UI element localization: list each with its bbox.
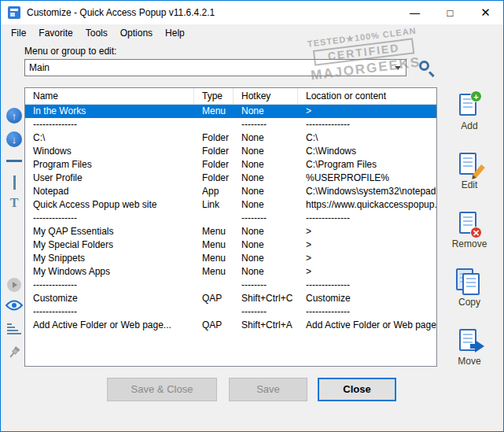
preview-button[interactable] xyxy=(4,300,24,311)
menu-options[interactable]: Options xyxy=(114,25,159,41)
customize-window: Customize - Quick Access Popup v11.6.4.2… xyxy=(0,0,504,432)
search-icon xyxy=(419,61,429,71)
app-icon xyxy=(8,6,20,19)
eye-icon xyxy=(6,300,23,311)
table-row[interactable]: Windows Folder None C:\Windows xyxy=(25,145,436,158)
add-button[interactable]: + Add xyxy=(446,92,493,131)
sort-icon xyxy=(7,323,21,334)
sort-button[interactable] xyxy=(4,323,24,334)
table-header: Name Type Hotkey Location or content xyxy=(25,88,436,105)
menu-help[interactable]: Help xyxy=(159,25,191,41)
table-row[interactable]: -------------- -------- -------------- xyxy=(25,279,436,292)
table-row[interactable]: In the Works Menu None > xyxy=(25,105,436,118)
column-header-name[interactable]: Name xyxy=(25,88,194,104)
dropdown-selected-value: Main xyxy=(29,62,50,73)
table-row[interactable]: User Profile Folder None %USERPROFILE% xyxy=(25,172,436,185)
pin-button[interactable] xyxy=(4,345,24,360)
move-button-label: Move xyxy=(446,356,493,367)
table-row[interactable]: Add Active Folder or Web page... QAP Shi… xyxy=(25,319,436,332)
document-front-icon xyxy=(462,273,480,295)
close-button[interactable]: Close xyxy=(318,378,396,401)
add-button-label: Add xyxy=(446,120,493,131)
table-row[interactable]: -------------- -------- -------------- xyxy=(25,305,436,319)
add-separator-line-button[interactable] xyxy=(4,160,24,162)
table-row[interactable]: My Special Folders Menu None > xyxy=(25,238,436,252)
arrow-down-icon: ↓ xyxy=(6,131,22,147)
favorites-table: Name Type Hotkey Location or content In … xyxy=(24,87,437,367)
arrow-right-icon xyxy=(475,340,484,353)
plus-icon: + xyxy=(470,90,482,102)
menu-group-dropdown[interactable]: Main xyxy=(24,59,407,76)
column-header-hotkey[interactable]: Hotkey xyxy=(234,88,298,104)
x-icon: ✕ xyxy=(470,227,482,238)
move-button[interactable]: Move xyxy=(446,327,493,367)
save-and-close-button[interactable]: Save & Close xyxy=(107,378,217,401)
table-row[interactable]: My QAP Essentials Menu None > xyxy=(25,225,436,238)
window-title: Customize - Quick Access Popup v11.6.4.2… xyxy=(27,7,397,18)
column-header-type[interactable]: Type xyxy=(194,88,234,104)
table-row[interactable]: -------------- -------- -------------- xyxy=(25,118,436,131)
remove-button-label: Remove xyxy=(446,238,493,249)
column-header-location[interactable]: Location or content xyxy=(298,88,436,104)
edit-button[interactable]: Edit xyxy=(446,151,493,190)
table-row[interactable]: Customize QAP Shift+Ctrl+C Customize xyxy=(25,292,436,305)
table-row[interactable]: Quick Access Popup web site Link None ht… xyxy=(25,198,436,212)
copy-button-label: Copy xyxy=(446,297,493,308)
title-bar: Customize - Quick Access Popup v11.6.4.2… xyxy=(1,1,503,24)
menu-favorite[interactable]: Favorite xyxy=(32,25,79,41)
copy-button[interactable]: Copy xyxy=(446,268,493,308)
arrow-up-icon: ↑ xyxy=(6,108,22,124)
menu-file[interactable]: File xyxy=(5,25,32,41)
menu-tools[interactable]: Tools xyxy=(79,25,114,41)
table-row[interactable]: Notepad App None C:\Windows\system32\not… xyxy=(25,185,436,198)
chevron-down-icon[interactable] xyxy=(391,61,405,75)
pushpin-icon xyxy=(7,345,21,360)
close-window-button[interactable]: ✕ xyxy=(468,1,503,24)
add-column-break-button[interactable] xyxy=(4,175,24,190)
document-icon xyxy=(459,153,476,175)
menu-bar: File Favorite Tools Options Help xyxy=(2,24,502,42)
table-row[interactable]: -------------- -------- -------------- xyxy=(25,212,436,225)
search-button[interactable] xyxy=(418,59,436,78)
vertical-line-icon xyxy=(13,175,16,190)
menu-group-label: Menu or group to edit: xyxy=(24,46,116,57)
remove-button[interactable]: ✕ Remove xyxy=(446,210,493,249)
launch-button[interactable] xyxy=(4,278,24,292)
maximize-button[interactable]: □ xyxy=(432,1,468,24)
table-row[interactable]: C:\ Folder None C:\ xyxy=(25,131,436,145)
save-button[interactable]: Save xyxy=(229,378,307,401)
text-separator-icon: T xyxy=(10,196,19,210)
edit-button-label: Edit xyxy=(446,179,493,190)
add-text-separator-button[interactable]: T xyxy=(4,196,24,210)
move-up-button[interactable]: ↑ xyxy=(4,108,24,124)
play-icon xyxy=(7,278,21,292)
move-down-button[interactable]: ↓ xyxy=(4,131,24,147)
table-row[interactable]: Program Files Folder None C:\Program Fil… xyxy=(25,158,436,172)
minimize-button[interactable]: — xyxy=(397,1,432,24)
table-row[interactable]: My Snippets Menu None > xyxy=(25,252,436,265)
horizontal-line-icon xyxy=(6,160,22,162)
table-body: In the Works Menu None > -------------- … xyxy=(25,105,436,332)
table-row[interactable]: My Windows Apps Menu None > xyxy=(25,265,436,279)
